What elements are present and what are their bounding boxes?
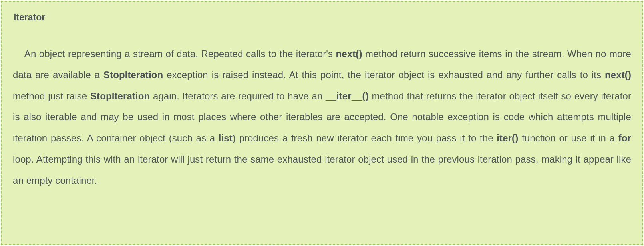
callout-body: An object representing a stream of data.…	[13, 44, 631, 191]
iterator-definition-callout: Iterator An object representing a stream…	[1, 1, 643, 245]
callout-title: Iterator	[14, 12, 631, 23]
